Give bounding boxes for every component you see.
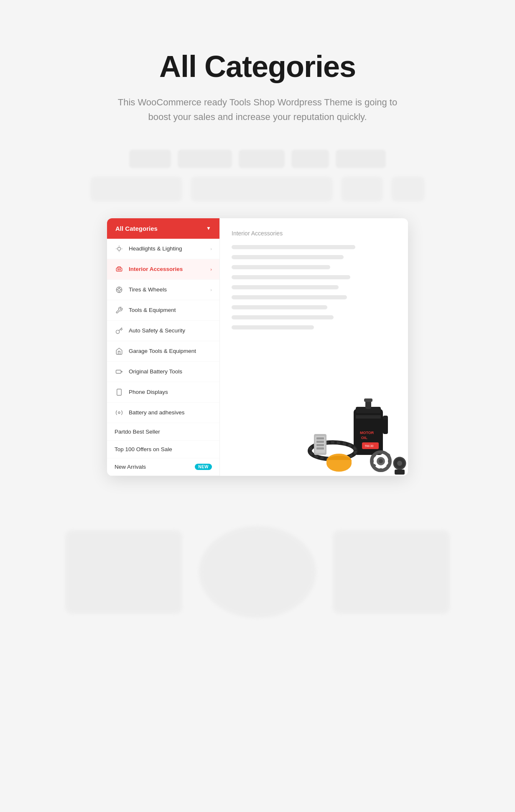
- svg-text:MOTOR: MOTOR: [360, 431, 374, 435]
- adhesives-icon: [115, 408, 124, 417]
- skeleton-lines-container: [232, 245, 396, 329]
- sidebar-item-auto-safety[interactable]: Auto Safety & Security: [107, 321, 219, 341]
- partdo-label: Partdo Best Seller: [115, 429, 212, 435]
- battery-tools-icon: [115, 367, 124, 376]
- garage-label: Garage Tools & Equipment: [129, 348, 212, 354]
- svg-text:5W-30: 5W-30: [365, 444, 374, 447]
- svg-point-6: [118, 269, 119, 270]
- skeleton-line-1: [232, 245, 355, 249]
- skeleton-line-4: [232, 275, 350, 279]
- sidebar-header[interactable]: All Categories ▼: [107, 218, 219, 239]
- content-panel-title: Interior Accessories: [232, 230, 396, 237]
- bottom-card-1: [65, 530, 182, 614]
- skeleton-line-5: [232, 285, 339, 289]
- sidebar-item-adhesives[interactable]: Battery and adhesives: [107, 403, 219, 423]
- sidebar-item-headlights[interactable]: Headlights & Lighting ›: [107, 239, 219, 259]
- svg-rect-41: [380, 451, 382, 454]
- bottom-card-3: [333, 530, 450, 614]
- svg-point-7: [120, 269, 120, 270]
- sidebar-item-battery-tools[interactable]: Original Battery Tools: [107, 362, 219, 382]
- tires-arrow: ›: [210, 287, 212, 292]
- sidebar-item-phone[interactable]: Phone Displays: [107, 382, 219, 403]
- phone-label: Phone Displays: [129, 389, 212, 395]
- blurred-bg-card-4: [391, 176, 425, 202]
- svg-rect-55: [316, 441, 324, 443]
- blurred-bg-card-3: [341, 176, 383, 202]
- sidebar-dropdown-arrow: ▼: [206, 225, 211, 231]
- content-panel: Interior Accessories: [220, 218, 408, 476]
- blurred-tab-5: [336, 150, 386, 168]
- svg-rect-5: [116, 268, 122, 271]
- auto-parts-image: MOTOR OIL 5W-30: [303, 392, 408, 476]
- blurred-bg-card-2: [191, 176, 333, 202]
- sidebar-header-label: All Categories: [115, 225, 158, 232]
- sidebar-item-partdo[interactable]: Partdo Best Seller: [107, 423, 219, 441]
- battery-tools-label: Original Battery Tools: [129, 368, 212, 375]
- tires-icon: [115, 285, 124, 294]
- svg-rect-24: [364, 398, 372, 402]
- auto-safety-label: Auto Safety & Security: [129, 327, 212, 334]
- page-title: All Categories: [33, 50, 482, 83]
- sidebar-item-tires[interactable]: Tires & Wheels ›: [107, 280, 219, 300]
- svg-rect-42: [380, 468, 382, 472]
- svg-rect-57: [316, 447, 324, 449]
- blurred-tab-3: [239, 150, 285, 168]
- sidebar-item-new-arrivals[interactable]: New Arrivals NEW: [107, 458, 219, 476]
- skeleton-line-2: [232, 255, 344, 259]
- svg-rect-51: [395, 470, 405, 475]
- bottom-card-2: [199, 526, 316, 618]
- sidebar-item-garage[interactable]: Garage Tools & Equipment: [107, 341, 219, 362]
- blurred-tab-4: [291, 150, 329, 168]
- svg-rect-31: [383, 416, 388, 420]
- new-arrivals-label: New Arrivals: [115, 464, 195, 470]
- svg-point-20: [118, 411, 120, 414]
- svg-rect-37: [326, 460, 352, 464]
- svg-point-0: [117, 247, 121, 250]
- sidebar-item-interior[interactable]: Interior Accessories ›: [107, 259, 219, 280]
- categories-sidebar: All Categories ▼ Headlights &: [107, 218, 220, 476]
- top100-label: Top 100 Offers on Sale: [115, 446, 212, 452]
- bottom-blurred-section: [0, 501, 515, 643]
- blurred-tab-1: [129, 150, 171, 168]
- auto-safety-icon: [115, 326, 124, 335]
- svg-rect-56: [316, 444, 324, 446]
- blurred-tabs-row: [0, 150, 515, 176]
- blurred-bg-card-1: [90, 176, 182, 202]
- interior-icon: [115, 265, 124, 274]
- svg-rect-54: [316, 437, 324, 439]
- adhesives-label: Battery and adhesives: [129, 409, 212, 416]
- svg-rect-25: [356, 415, 381, 419]
- garage-icon: [115, 347, 124, 356]
- skeleton-line-3: [232, 265, 330, 269]
- svg-text:OIL: OIL: [361, 436, 368, 440]
- sidebar-item-top100[interactable]: Top 100 Offers on Sale: [107, 441, 219, 458]
- phone-icon: [115, 388, 124, 397]
- tires-label: Tires & Wheels: [129, 286, 205, 293]
- new-arrivals-badge: NEW: [195, 464, 212, 470]
- blurred-cards-section: [0, 176, 515, 218]
- skeleton-line-9: [232, 325, 314, 329]
- tools-label: Tools & Equipment: [129, 307, 212, 313]
- skeleton-line-7: [232, 305, 327, 309]
- headlights-label: Headlights & Lighting: [129, 245, 205, 252]
- skeleton-line-6: [232, 295, 347, 299]
- headlights-icon: [115, 244, 124, 253]
- header-section: All Categories This WooCommerce ready To…: [0, 0, 515, 150]
- categories-widget: All Categories ▼ Headlights &: [107, 218, 408, 476]
- svg-point-50: [397, 461, 402, 466]
- page-subtitle: This WooCommerce ready Tools Shop Wordpr…: [115, 95, 400, 124]
- interior-arrow: ›: [210, 267, 212, 272]
- svg-point-40: [379, 459, 383, 463]
- svg-point-9: [118, 289, 120, 291]
- blurred-tab-2: [178, 150, 232, 168]
- sidebar-item-tools[interactable]: Tools & Equipment: [107, 300, 219, 321]
- page-wrapper: All Categories This WooCommerce ready To…: [0, 0, 515, 643]
- svg-rect-14: [116, 370, 121, 373]
- svg-rect-18: [117, 389, 122, 395]
- headlights-arrow: ›: [210, 246, 212, 251]
- widget-section: All Categories ▼ Headlights &: [0, 218, 515, 501]
- svg-rect-43: [370, 460, 374, 462]
- auto-parts-svg: MOTOR OIL 5W-30: [303, 392, 408, 476]
- svg-rect-44: [388, 460, 391, 462]
- skeleton-line-8: [232, 315, 334, 319]
